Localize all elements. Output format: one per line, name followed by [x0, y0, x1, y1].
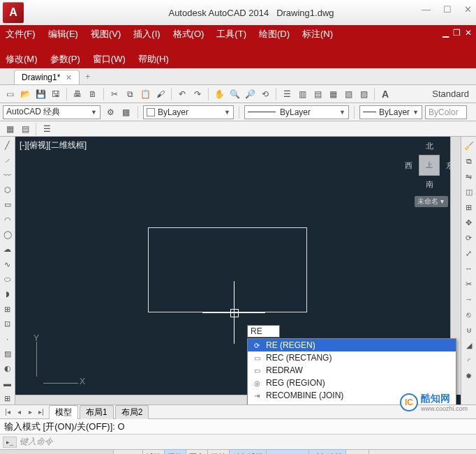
copy-icon[interactable]: ⧉ — [123, 87, 137, 101]
status-grid[interactable]: 栅格 — [165, 450, 186, 454]
view-cube-top[interactable]: 上 — [419, 155, 440, 176]
calc-icon[interactable]: ▨ — [357, 87, 371, 101]
maximize-button[interactable]: ☐ — [443, 4, 452, 15]
break-icon[interactable]: ⎋ — [463, 308, 475, 321]
file-tab-drawing1[interactable]: Drawing1* ✕ — [14, 70, 80, 84]
menu-insert[interactable]: 插入(I) — [132, 27, 161, 42]
status-osnap[interactable]: 对象捕捉 — [230, 450, 267, 454]
menu-draw[interactable]: 绘图(D) — [258, 27, 291, 42]
scale-icon[interactable]: ⤢ — [463, 247, 475, 259]
layer-states-icon[interactable]: ☰ — [40, 122, 54, 136]
close-tab-icon[interactable]: ✕ — [66, 73, 72, 82]
status-polar[interactable]: 极轴 — [208, 450, 230, 454]
properties-icon[interactable]: ☰ — [280, 87, 294, 101]
status-3dosnap[interactable]: 3DOSNAP — [267, 450, 310, 454]
workspace-settings-icon[interactable]: ⚙ — [103, 105, 117, 119]
offset-icon[interactable]: ◫ — [463, 186, 475, 198]
autocomplete-item[interactable]: ▭REDRAW — [248, 364, 456, 377]
open-icon[interactable]: 📂 — [18, 87, 32, 101]
saveas-icon[interactable]: 🖫 — [49, 87, 63, 101]
drawing-canvas[interactable]: [-][俯视][二维线框] 北 南 西 东 上 未命名 ▾ Y X RE ⟳RE… — [15, 137, 461, 404]
tab-nav-prev-icon[interactable]: ◂ — [14, 408, 24, 416]
command-prompt-icon[interactable]: ▸_ — [3, 437, 17, 448]
tab-nav-last-icon[interactable]: ▸| — [36, 408, 46, 416]
menu-modify[interactable]: 修改(M) — [4, 52, 39, 67]
autocomplete-item[interactable]: ⟳RE (REGEN) — [248, 339, 456, 351]
undo-icon[interactable]: ↶ — [175, 87, 189, 101]
tab-layout1[interactable]: 布局1 — [80, 405, 114, 419]
insert-block-icon[interactable]: ⊞ — [1, 303, 14, 315]
zoom-window-icon[interactable]: 🔎 — [243, 87, 257, 101]
explode-icon[interactable]: ✸ — [463, 370, 475, 382]
cut-icon[interactable]: ✂ — [107, 87, 121, 101]
command-line[interactable]: ▸_ 键入命令 — [0, 434, 476, 449]
join-icon[interactable]: ⊍ — [463, 324, 475, 336]
move-icon[interactable]: ✥ — [463, 216, 475, 229]
status-ortho[interactable]: 正交 — [186, 450, 208, 454]
coordinates-display[interactable]: 7166.6943, 1502.3726, 0.0000 — [0, 450, 114, 454]
trim-icon[interactable]: ✂ — [463, 278, 475, 290]
menu-format[interactable]: 格式(O) — [172, 27, 206, 42]
menu-view[interactable]: 视图(V) — [89, 27, 122, 42]
polyline-icon[interactable]: 〰 — [1, 169, 14, 181]
tab-nav-next-icon[interactable]: ▸ — [25, 408, 35, 416]
circle-icon[interactable]: ◯ — [1, 229, 14, 241]
plotstyle-combo[interactable]: ByColor — [425, 105, 467, 119]
lineweight-combo[interactable]: ByLayer▼ — [359, 105, 422, 119]
viewport-label[interactable]: [-][俯视][二维线框] — [20, 139, 87, 151]
matchprops-icon[interactable]: 🖌 — [154, 87, 168, 101]
status-infer[interactable]: INFER — [114, 450, 143, 454]
tool-palette-icon[interactable]: ▤ — [311, 87, 325, 101]
spline-icon[interactable]: ∿ — [1, 259, 14, 271]
close-button[interactable]: ✕ — [464, 4, 472, 15]
menu-file[interactable]: 文件(F) — [4, 27, 37, 42]
erase-icon[interactable]: 🧹 — [463, 139, 475, 152]
polygon-icon[interactable]: ⬡ — [1, 184, 14, 196]
status-snap[interactable]: 捕捉 — [143, 450, 165, 454]
menu-parametric[interactable]: 参数(P) — [49, 52, 82, 67]
plot-preview-icon[interactable]: 🗎 — [86, 87, 100, 101]
sheetset-icon[interactable]: ▦ — [326, 87, 340, 101]
doc-restore-button[interactable]: ❐ — [453, 28, 461, 38]
point-icon[interactable]: · — [1, 333, 14, 345]
chamfer-icon[interactable]: ◢ — [463, 339, 475, 351]
annotation-scale-icon[interactable]: A — [378, 87, 392, 101]
layer-color-combo[interactable]: ByLayer▼ — [143, 105, 234, 119]
gradient-icon[interactable]: ◐ — [1, 363, 14, 374]
status-otrack[interactable]: 对象追踪 — [309, 450, 346, 454]
markup-icon[interactable]: ▧ — [341, 87, 355, 101]
mirror-icon[interactable]: ⇋ — [463, 170, 475, 183]
view-cube[interactable]: 北 南 西 东 上 — [405, 141, 454, 190]
workspace-combo[interactable]: AutoCAD 经典▼ — [3, 105, 101, 119]
doc-close-button[interactable]: ✕ — [465, 28, 472, 38]
arc-icon[interactable]: ◠ — [1, 214, 14, 226]
line-icon[interactable]: ╱ — [1, 139, 14, 151]
zoom-previous-icon[interactable]: ⟲ — [258, 87, 272, 101]
menu-dimension[interactable]: 标注(N) — [301, 27, 334, 42]
menu-window[interactable]: 窗口(W) — [91, 52, 127, 67]
autocomplete-item[interactable]: ◎REG (REGION) — [248, 377, 456, 389]
dynamic-input[interactable]: RE — [247, 325, 280, 338]
paste-icon[interactable]: 📋 — [138, 87, 152, 101]
pan-icon[interactable]: ✋ — [212, 87, 226, 101]
layer-iso-icon[interactable]: ▦ — [3, 122, 17, 136]
fillet-icon[interactable]: ◜ — [463, 354, 475, 367]
new-tab-button[interactable]: + — [80, 69, 96, 84]
zoom-realtime-icon[interactable]: 🔍 — [228, 87, 241, 101]
redo-icon[interactable]: ↷ — [191, 87, 204, 101]
wcs-dropdown[interactable]: 未命名 ▾ — [415, 196, 448, 207]
new-icon[interactable]: ▭ — [3, 87, 17, 101]
minimize-button[interactable]: — — [422, 4, 431, 15]
linetype-combo[interactable]: ByLayer▼ — [244, 105, 349, 119]
print-icon[interactable]: 🖶 — [70, 87, 84, 101]
revcloud-icon[interactable]: ☁ — [1, 243, 14, 255]
hatch-icon[interactable]: ▨ — [1, 348, 14, 360]
table-icon[interactable]: ⊞ — [1, 393, 14, 404]
rotate-icon[interactable]: ⟳ — [463, 232, 475, 244]
menu-edit[interactable]: 编辑(E) — [47, 27, 80, 42]
construction-line-icon[interactable]: ⟋ — [1, 154, 14, 166]
tab-nav-first-icon[interactable]: |◂ — [3, 408, 13, 416]
save-icon[interactable]: 💾 — [34, 87, 47, 101]
autocomplete-item[interactable]: ▭REC (RECTANG) — [248, 351, 456, 364]
ellipse-arc-icon[interactable]: ◗ — [1, 288, 14, 300]
